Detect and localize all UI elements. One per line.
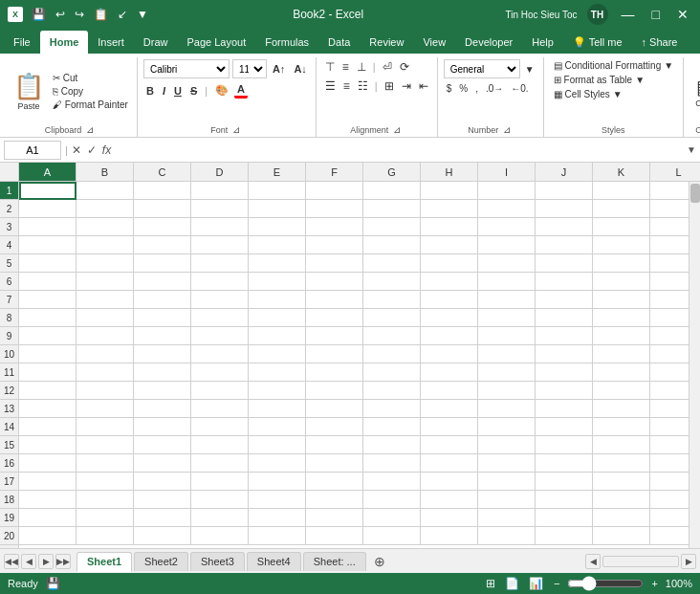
cell-A5[interactable]	[19, 254, 77, 273]
cell-L5[interactable]	[650, 254, 689, 273]
cell-H11[interactable]	[421, 363, 478, 382]
cell-K15[interactable]	[593, 436, 650, 454]
cell-C1[interactable]	[134, 182, 191, 200]
cell-A18[interactable]	[19, 491, 77, 509]
bottom-align-button[interactable]: ⊥	[354, 59, 369, 75]
cell-A6[interactable]	[19, 273, 77, 291]
cell-K14[interactable]	[593, 418, 650, 436]
cell-H4[interactable]	[421, 236, 478, 254]
cell-L14[interactable]	[650, 418, 689, 436]
right-align-button[interactable]: ☷	[355, 78, 371, 94]
cell-J2[interactable]	[536, 200, 593, 218]
cell-K7[interactable]	[593, 291, 650, 309]
cell-E18[interactable]	[249, 491, 306, 509]
cell-K2[interactable]	[593, 200, 650, 218]
cell-B2[interactable]	[77, 200, 134, 218]
cell-J9[interactable]	[536, 327, 593, 345]
cell-H17[interactable]	[421, 473, 478, 491]
cell-D8[interactable]	[191, 309, 249, 327]
cell-H12[interactable]	[421, 382, 478, 400]
cell-E8[interactable]	[249, 309, 306, 327]
h-scroll-right[interactable]: ▶	[681, 554, 696, 569]
cell-A11[interactable]	[19, 363, 77, 382]
col-header-D[interactable]: D	[191, 163, 249, 181]
cell-E6[interactable]	[249, 273, 306, 291]
cell-C11[interactable]	[134, 363, 191, 382]
cell-J17[interactable]	[536, 473, 593, 491]
cell-F10[interactable]	[306, 345, 363, 363]
cell-A4[interactable]	[19, 236, 77, 254]
sheet-tab-sheet3[interactable]: Sheet3	[190, 552, 245, 571]
cell-A3[interactable]	[19, 218, 77, 236]
cell-F11[interactable]	[306, 363, 363, 382]
select-all-corner[interactable]	[0, 163, 19, 181]
strikethrough-button[interactable]: S	[187, 84, 200, 98]
cell-I2[interactable]	[478, 200, 536, 218]
cell-I9[interactable]	[478, 327, 536, 345]
zoom-slider[interactable]	[567, 576, 644, 591]
quick-print-button[interactable]: 📋	[91, 6, 111, 23]
cell-H15[interactable]	[421, 436, 478, 454]
cell-G12[interactable]	[363, 382, 421, 400]
cell-K1[interactable]	[593, 182, 650, 200]
minimize-button[interactable]: —	[618, 5, 639, 24]
row-header-16[interactable]: 16	[0, 454, 18, 473]
row-header-15[interactable]: 15	[0, 436, 18, 454]
cell-L7[interactable]	[650, 291, 689, 309]
cell-K20[interactable]	[593, 527, 650, 545]
cell-A10[interactable]	[19, 345, 77, 363]
h-scroll-left[interactable]: ◀	[585, 554, 601, 569]
row-header-13[interactable]: 13	[0, 400, 18, 418]
cell-G11[interactable]	[363, 363, 421, 382]
col-header-L[interactable]: L	[650, 163, 700, 181]
row-header-17[interactable]: 17	[0, 473, 18, 491]
cell-H7[interactable]	[421, 291, 478, 309]
cell-K3[interactable]	[593, 218, 650, 236]
cell-C2[interactable]	[134, 200, 191, 218]
cell-D19[interactable]	[191, 509, 249, 527]
cell-I19[interactable]	[478, 509, 536, 527]
cell-H5[interactable]	[421, 254, 478, 273]
cell-H16[interactable]	[421, 454, 478, 473]
cell-B11[interactable]	[77, 363, 134, 382]
row-header-7[interactable]: 7	[0, 291, 18, 309]
sheet-tab-more[interactable]: Sheet: ...	[303, 552, 366, 571]
cell-D2[interactable]	[191, 200, 249, 218]
cell-A15[interactable]	[19, 436, 77, 454]
cell-C7[interactable]	[134, 291, 191, 309]
cell-B8[interactable]	[77, 309, 134, 327]
sheet-nav-prev[interactable]: ◀	[21, 554, 36, 569]
row-header-4[interactable]: 4	[0, 236, 18, 254]
cell-B14[interactable]	[77, 418, 134, 436]
tab-help[interactable]: Help	[522, 31, 563, 54]
cell-E7[interactable]	[249, 291, 306, 309]
v-scroll-thumb[interactable]	[690, 184, 700, 203]
cell-L15[interactable]	[650, 436, 689, 454]
cell-B17[interactable]	[77, 473, 134, 491]
maximize-button[interactable]: □	[648, 5, 664, 24]
cell-J12[interactable]	[536, 382, 593, 400]
cell-B15[interactable]	[77, 436, 134, 454]
cell-K9[interactable]	[593, 327, 650, 345]
cell-L6[interactable]	[650, 273, 689, 291]
cell-F1[interactable]	[306, 182, 363, 200]
cell-G10[interactable]	[363, 345, 421, 363]
close-button[interactable]: ✕	[673, 5, 692, 24]
cell-G3[interactable]	[363, 218, 421, 236]
cell-D1[interactable]	[191, 182, 249, 200]
increase-decimal-button[interactable]: .0→	[483, 82, 506, 95]
cell-C10[interactable]	[134, 345, 191, 363]
cell-J4[interactable]	[536, 236, 593, 254]
cell-C3[interactable]	[134, 218, 191, 236]
cell-F3[interactable]	[306, 218, 363, 236]
tab-view[interactable]: View	[413, 31, 455, 54]
page-break-view-button[interactable]: 📊	[526, 576, 546, 591]
cell-L17[interactable]	[650, 473, 689, 491]
conditional-formatting-button[interactable]: ▤ Conditional Formatting ▼	[550, 59, 678, 72]
cell-J6[interactable]	[536, 273, 593, 291]
cell-I11[interactable]	[478, 363, 536, 382]
row-header-20[interactable]: 20	[0, 527, 18, 545]
merge-button[interactable]: ⊞	[382, 78, 397, 94]
cell-K19[interactable]	[593, 509, 650, 527]
clipboard-expand[interactable]: ⊿	[84, 124, 96, 135]
